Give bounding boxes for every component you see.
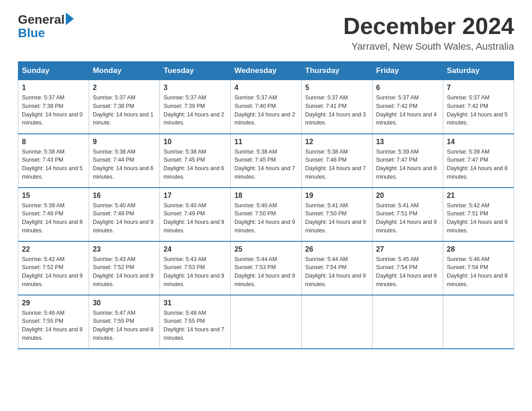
table-row: 2 Sunrise: 5:37 AMSunset: 7:38 PMDayligh… <box>89 80 160 134</box>
month-title: December 2024 <box>343 13 514 39</box>
header-saturday: Saturday <box>443 62 514 80</box>
logo-arrow-icon <box>66 13 74 25</box>
day-number: 24 <box>163 245 227 253</box>
table-row: 5 Sunrise: 5:37 AMSunset: 7:41 PMDayligh… <box>301 80 372 134</box>
calendar-week-row: 22 Sunrise: 5:42 AMSunset: 7:52 PMDaylig… <box>18 241 514 295</box>
day-info: Sunrise: 5:38 AMSunset: 7:45 PMDaylight:… <box>234 149 295 180</box>
calendar-week-row: 29 Sunrise: 5:46 AMSunset: 7:55 PMDaylig… <box>18 295 514 349</box>
table-row: 27 Sunrise: 5:45 AMSunset: 7:54 PMDaylig… <box>372 241 443 295</box>
day-number: 11 <box>234 138 297 146</box>
header-sunday: Sunday <box>18 62 89 80</box>
table-row: 28 Sunrise: 5:46 AMSunset: 7:54 PMDaylig… <box>443 241 514 295</box>
table-row: 30 Sunrise: 5:47 AMSunset: 7:55 PMDaylig… <box>89 295 160 349</box>
day-info: Sunrise: 5:37 AMSunset: 7:39 PMDaylight:… <box>163 94 224 126</box>
day-number: 16 <box>93 192 156 200</box>
day-info: Sunrise: 5:38 AMSunset: 7:43 PMDaylight:… <box>22 149 83 180</box>
table-row: 10 Sunrise: 5:38 AMSunset: 7:45 PMDaylig… <box>160 134 231 188</box>
day-number: 2 <box>93 84 156 92</box>
calendar-week-row: 1 Sunrise: 5:37 AMSunset: 7:38 PMDayligh… <box>18 80 514 134</box>
day-number: 29 <box>22 299 85 307</box>
day-info: Sunrise: 5:39 AMSunset: 7:47 PMDaylight:… <box>376 149 437 180</box>
day-number: 15 <box>22 192 85 200</box>
day-info: Sunrise: 5:38 AMSunset: 7:46 PMDaylight:… <box>305 149 366 180</box>
calendar-week-row: 8 Sunrise: 5:38 AMSunset: 7:43 PMDayligh… <box>18 134 514 188</box>
table-row: 6 Sunrise: 5:37 AMSunset: 7:42 PMDayligh… <box>372 80 443 134</box>
day-info: Sunrise: 5:43 AMSunset: 7:52 PMDaylight:… <box>93 256 154 287</box>
day-number: 28 <box>447 245 510 253</box>
table-row: 22 Sunrise: 5:42 AMSunset: 7:52 PMDaylig… <box>18 241 89 295</box>
day-info: Sunrise: 5:46 AMSunset: 7:55 PMDaylight:… <box>22 310 83 341</box>
table-row: 15 Sunrise: 5:39 AMSunset: 7:48 PMDaylig… <box>18 188 89 241</box>
day-info: Sunrise: 5:39 AMSunset: 7:47 PMDaylight:… <box>447 149 508 180</box>
day-info: Sunrise: 5:42 AMSunset: 7:51 PMDaylight:… <box>447 202 508 234</box>
day-number: 12 <box>305 138 369 146</box>
day-number: 1 <box>22 84 85 92</box>
day-info: Sunrise: 5:38 AMSunset: 7:44 PMDaylight:… <box>93 149 154 180</box>
day-info: Sunrise: 5:37 AMSunset: 7:38 PMDaylight:… <box>22 94 83 126</box>
day-info: Sunrise: 5:37 AMSunset: 7:42 PMDaylight:… <box>447 94 508 126</box>
day-number: 19 <box>305 192 369 200</box>
table-row: 1 Sunrise: 5:37 AMSunset: 7:38 PMDayligh… <box>18 80 89 134</box>
table-row: 19 Sunrise: 5:41 AMSunset: 7:50 PMDaylig… <box>301 188 372 241</box>
table-row: 7 Sunrise: 5:37 AMSunset: 7:42 PMDayligh… <box>443 80 514 134</box>
day-info: Sunrise: 5:48 AMSunset: 7:55 PMDaylight:… <box>163 310 224 341</box>
table-row <box>301 295 372 349</box>
day-number: 27 <box>376 245 439 253</box>
day-number: 7 <box>447 84 510 92</box>
table-row: 16 Sunrise: 5:40 AMSunset: 7:49 PMDaylig… <box>89 188 160 241</box>
day-number: 10 <box>163 138 227 146</box>
day-info: Sunrise: 5:44 AMSunset: 7:54 PMDaylight:… <box>305 256 366 287</box>
day-info: Sunrise: 5:40 AMSunset: 7:49 PMDaylight:… <box>93 202 154 234</box>
day-number: 14 <box>447 138 510 146</box>
table-row: 24 Sunrise: 5:43 AMSunset: 7:53 PMDaylig… <box>160 241 231 295</box>
day-number: 31 <box>163 299 227 307</box>
day-number: 5 <box>305 84 369 92</box>
day-number: 21 <box>447 192 510 200</box>
logo-text-general: General <box>18 13 64 26</box>
header-wednesday: Wednesday <box>231 62 301 80</box>
day-number: 17 <box>163 192 227 200</box>
day-number: 8 <box>22 138 85 146</box>
day-number: 23 <box>93 245 156 253</box>
day-info: Sunrise: 5:38 AMSunset: 7:45 PMDaylight:… <box>163 149 224 180</box>
day-info: Sunrise: 5:37 AMSunset: 7:40 PMDaylight:… <box>234 94 295 126</box>
calendar-week-row: 15 Sunrise: 5:39 AMSunset: 7:48 PMDaylig… <box>18 188 514 241</box>
table-row: 4 Sunrise: 5:37 AMSunset: 7:40 PMDayligh… <box>231 80 301 134</box>
table-row: 26 Sunrise: 5:44 AMSunset: 7:54 PMDaylig… <box>301 241 372 295</box>
table-row <box>443 295 514 349</box>
table-row: 17 Sunrise: 5:40 AMSunset: 7:49 PMDaylig… <box>160 188 231 241</box>
day-info: Sunrise: 5:45 AMSunset: 7:54 PMDaylight:… <box>376 256 437 287</box>
header-thursday: Thursday <box>301 62 372 80</box>
table-row: 20 Sunrise: 5:41 AMSunset: 7:51 PMDaylig… <box>372 188 443 241</box>
table-row: 8 Sunrise: 5:38 AMSunset: 7:43 PMDayligh… <box>18 134 89 188</box>
table-row: 21 Sunrise: 5:42 AMSunset: 7:51 PMDaylig… <box>443 188 514 241</box>
day-info: Sunrise: 5:47 AMSunset: 7:55 PMDaylight:… <box>93 310 154 341</box>
table-row: 25 Sunrise: 5:44 AMSunset: 7:53 PMDaylig… <box>231 241 301 295</box>
logo: General Blue <box>18 13 74 40</box>
day-number: 3 <box>163 84 227 92</box>
day-info: Sunrise: 5:37 AMSunset: 7:41 PMDaylight:… <box>305 94 366 126</box>
day-info: Sunrise: 5:41 AMSunset: 7:50 PMDaylight:… <box>305 202 366 234</box>
table-row <box>231 295 301 349</box>
day-info: Sunrise: 5:37 AMSunset: 7:42 PMDaylight:… <box>376 94 437 126</box>
day-info: Sunrise: 5:37 AMSunset: 7:38 PMDaylight:… <box>93 94 154 126</box>
day-number: 30 <box>93 299 156 307</box>
day-number: 6 <box>376 84 439 92</box>
table-row <box>372 295 443 349</box>
day-info: Sunrise: 5:40 AMSunset: 7:49 PMDaylight:… <box>163 202 224 234</box>
table-row: 18 Sunrise: 5:40 AMSunset: 7:50 PMDaylig… <box>231 188 301 241</box>
table-row: 3 Sunrise: 5:37 AMSunset: 7:39 PMDayligh… <box>160 80 231 134</box>
table-row: 31 Sunrise: 5:48 AMSunset: 7:55 PMDaylig… <box>160 295 231 349</box>
table-row: 9 Sunrise: 5:38 AMSunset: 7:44 PMDayligh… <box>89 134 160 188</box>
day-number: 18 <box>234 192 297 200</box>
day-number: 13 <box>376 138 439 146</box>
location-subtitle: Yarravel, New South Wales, Australia <box>343 41 514 52</box>
day-number: 20 <box>376 192 439 200</box>
day-info: Sunrise: 5:40 AMSunset: 7:50 PMDaylight:… <box>234 202 295 234</box>
day-info: Sunrise: 5:44 AMSunset: 7:53 PMDaylight:… <box>234 256 295 287</box>
day-number: 25 <box>234 245 297 253</box>
page-header: General Blue December 2024 Yarravel, New… <box>18 13 514 52</box>
calendar-header-row: Sunday Monday Tuesday Wednesday Thursday… <box>18 62 514 80</box>
table-row: 12 Sunrise: 5:38 AMSunset: 7:46 PMDaylig… <box>301 134 372 188</box>
day-info: Sunrise: 5:41 AMSunset: 7:51 PMDaylight:… <box>376 202 437 234</box>
